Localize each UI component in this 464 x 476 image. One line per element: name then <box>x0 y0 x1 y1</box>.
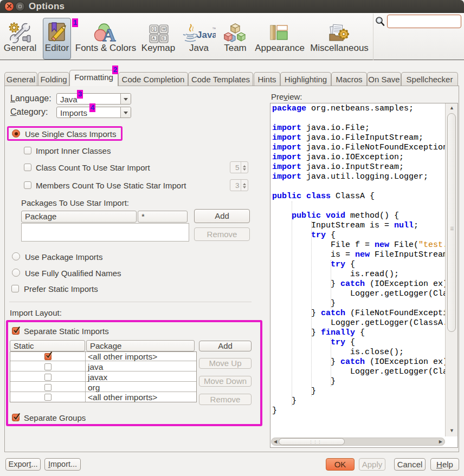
svg-text:W: W <box>162 27 166 31</box>
svg-text:A: A <box>152 36 155 40</box>
svg-text:Q: Q <box>152 27 156 31</box>
svg-text:S: S <box>162 36 165 40</box>
svg-text:A: A <box>102 25 116 44</box>
svg-text:™: ™ <box>212 27 216 31</box>
